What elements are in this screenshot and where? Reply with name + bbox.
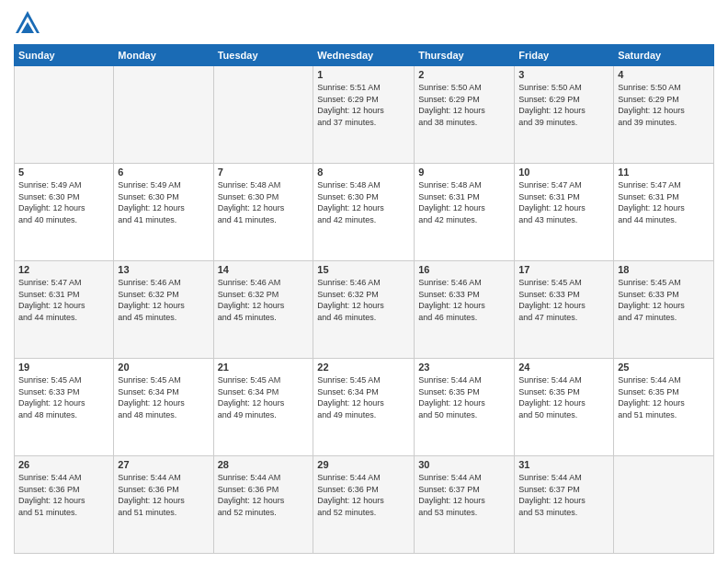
day-info: Sunrise: 5:47 AM Sunset: 6:31 PM Dayligh… [18,277,109,323]
day-number: 31 [518,459,609,470]
day-info: Sunrise: 5:46 AM Sunset: 6:32 PM Dayligh… [317,277,410,323]
day-cell: 8Sunrise: 5:48 AM Sunset: 6:30 PM Daylig… [313,164,415,261]
day-info: Sunrise: 5:44 AM Sunset: 6:37 PM Dayligh… [518,472,609,518]
day-cell: 4Sunrise: 5:50 AM Sunset: 6:29 PM Daylig… [614,66,714,164]
day-number: 20 [118,362,209,373]
day-number: 8 [317,167,410,178]
day-number: 17 [518,264,609,275]
week-row-5: 26Sunrise: 5:44 AM Sunset: 6:36 PM Dayli… [15,456,714,554]
day-number: 22 [317,362,410,373]
day-info: Sunrise: 5:44 AM Sunset: 6:35 PM Dayligh… [418,374,510,420]
day-cell [213,66,313,164]
day-cell [114,66,213,164]
day-number: 15 [317,264,410,275]
day-info: Sunrise: 5:45 AM Sunset: 6:34 PM Dayligh… [218,374,310,420]
day-cell: 31Sunrise: 5:44 AM Sunset: 6:37 PM Dayli… [515,456,614,554]
day-info: Sunrise: 5:48 AM Sunset: 6:30 PM Dayligh… [218,179,310,225]
day-cell: 17Sunrise: 5:45 AM Sunset: 6:33 PM Dayli… [515,261,614,359]
day-info: Sunrise: 5:45 AM Sunset: 6:33 PM Dayligh… [18,374,109,420]
day-info: Sunrise: 5:44 AM Sunset: 6:37 PM Dayligh… [418,472,510,518]
day-info: Sunrise: 5:47 AM Sunset: 6:31 PM Dayligh… [618,179,710,225]
day-info: Sunrise: 5:49 AM Sunset: 6:30 PM Dayligh… [118,179,209,225]
day-number: 2 [418,69,510,80]
day-info: Sunrise: 5:44 AM Sunset: 6:36 PM Dayligh… [118,472,209,518]
day-number: 19 [18,362,109,373]
day-number: 24 [518,362,609,373]
day-cell: 18Sunrise: 5:45 AM Sunset: 6:33 PM Dayli… [614,261,714,359]
day-number: 30 [418,459,510,470]
day-info: Sunrise: 5:48 AM Sunset: 6:30 PM Dayligh… [317,179,410,225]
day-cell: 16Sunrise: 5:46 AM Sunset: 6:33 PM Dayli… [415,261,515,359]
day-number: 13 [118,264,209,275]
day-info: Sunrise: 5:50 AM Sunset: 6:29 PM Dayligh… [418,82,510,128]
day-info: Sunrise: 5:46 AM Sunset: 6:32 PM Dayligh… [218,277,310,323]
day-number: 9 [418,167,510,178]
day-number: 5 [18,167,109,178]
header-row: Sunday Monday Tuesday Wednesday Thursday… [15,45,714,66]
day-number: 29 [317,459,410,470]
day-cell: 2Sunrise: 5:50 AM Sunset: 6:29 PM Daylig… [415,66,515,164]
week-row-4: 19Sunrise: 5:45 AM Sunset: 6:33 PM Dayli… [15,359,714,456]
day-cell [614,456,714,554]
week-row-2: 5Sunrise: 5:49 AM Sunset: 6:30 PM Daylig… [15,164,714,261]
col-wednesday: Wednesday [313,45,415,66]
day-cell: 14Sunrise: 5:46 AM Sunset: 6:32 PM Dayli… [213,261,313,359]
day-info: Sunrise: 5:45 AM Sunset: 6:33 PM Dayligh… [618,277,710,323]
day-cell: 15Sunrise: 5:46 AM Sunset: 6:32 PM Dayli… [313,261,415,359]
day-info: Sunrise: 5:49 AM Sunset: 6:30 PM Dayligh… [18,179,109,225]
col-thursday: Thursday [415,45,515,66]
day-info: Sunrise: 5:44 AM Sunset: 6:36 PM Dayligh… [18,472,109,518]
week-row-3: 12Sunrise: 5:47 AM Sunset: 6:31 PM Dayli… [15,261,714,359]
day-info: Sunrise: 5:44 AM Sunset: 6:35 PM Dayligh… [518,374,609,420]
logo [14,9,45,37]
col-monday: Monday [114,45,213,66]
day-info: Sunrise: 5:45 AM Sunset: 6:34 PM Dayligh… [118,374,209,420]
day-cell: 11Sunrise: 5:47 AM Sunset: 6:31 PM Dayli… [614,164,714,261]
day-info: Sunrise: 5:44 AM Sunset: 6:36 PM Dayligh… [218,472,310,518]
day-cell: 7Sunrise: 5:48 AM Sunset: 6:30 PM Daylig… [213,164,313,261]
day-number: 7 [218,167,310,178]
day-cell: 9Sunrise: 5:48 AM Sunset: 6:31 PM Daylig… [415,164,515,261]
header [14,9,714,37]
day-info: Sunrise: 5:45 AM Sunset: 6:34 PM Dayligh… [317,374,410,420]
day-cell: 10Sunrise: 5:47 AM Sunset: 6:31 PM Dayli… [515,164,614,261]
day-number: 18 [618,264,710,275]
day-number: 23 [418,362,510,373]
col-sunday: Sunday [15,45,114,66]
day-info: Sunrise: 5:44 AM Sunset: 6:36 PM Dayligh… [317,472,410,518]
day-cell [15,66,114,164]
day-cell: 28Sunrise: 5:44 AM Sunset: 6:36 PM Dayli… [213,456,313,554]
day-cell: 19Sunrise: 5:45 AM Sunset: 6:33 PM Dayli… [15,359,114,456]
col-friday: Friday [515,45,614,66]
col-saturday: Saturday [614,45,714,66]
col-tuesday: Tuesday [213,45,313,66]
day-info: Sunrise: 5:46 AM Sunset: 6:32 PM Dayligh… [118,277,209,323]
day-number: 14 [218,264,310,275]
day-cell: 1Sunrise: 5:51 AM Sunset: 6:29 PM Daylig… [313,66,415,164]
day-number: 11 [618,167,710,178]
day-cell: 29Sunrise: 5:44 AM Sunset: 6:36 PM Dayli… [313,456,415,554]
day-cell: 22Sunrise: 5:45 AM Sunset: 6:34 PM Dayli… [313,359,415,456]
day-number: 3 [518,69,609,80]
day-cell: 5Sunrise: 5:49 AM Sunset: 6:30 PM Daylig… [15,164,114,261]
week-row-1: 1Sunrise: 5:51 AM Sunset: 6:29 PM Daylig… [15,66,714,164]
day-info: Sunrise: 5:44 AM Sunset: 6:35 PM Dayligh… [618,374,710,420]
day-info: Sunrise: 5:50 AM Sunset: 6:29 PM Dayligh… [618,82,710,128]
day-info: Sunrise: 5:51 AM Sunset: 6:29 PM Dayligh… [317,82,410,128]
day-number: 10 [518,167,609,178]
logo-icon [14,9,41,37]
day-number: 12 [18,264,109,275]
day-number: 4 [618,69,710,80]
day-info: Sunrise: 5:50 AM Sunset: 6:29 PM Dayligh… [518,82,609,128]
day-info: Sunrise: 5:48 AM Sunset: 6:31 PM Dayligh… [418,179,510,225]
day-cell: 21Sunrise: 5:45 AM Sunset: 6:34 PM Dayli… [213,359,313,456]
day-cell: 24Sunrise: 5:44 AM Sunset: 6:35 PM Dayli… [515,359,614,456]
day-info: Sunrise: 5:47 AM Sunset: 6:31 PM Dayligh… [518,179,609,225]
day-cell: 25Sunrise: 5:44 AM Sunset: 6:35 PM Dayli… [614,359,714,456]
day-cell: 30Sunrise: 5:44 AM Sunset: 6:37 PM Dayli… [415,456,515,554]
day-cell: 6Sunrise: 5:49 AM Sunset: 6:30 PM Daylig… [114,164,213,261]
day-number: 25 [618,362,710,373]
day-number: 26 [18,459,109,470]
day-cell: 12Sunrise: 5:47 AM Sunset: 6:31 PM Dayli… [15,261,114,359]
page: Sunday Monday Tuesday Wednesday Thursday… [0,0,728,563]
